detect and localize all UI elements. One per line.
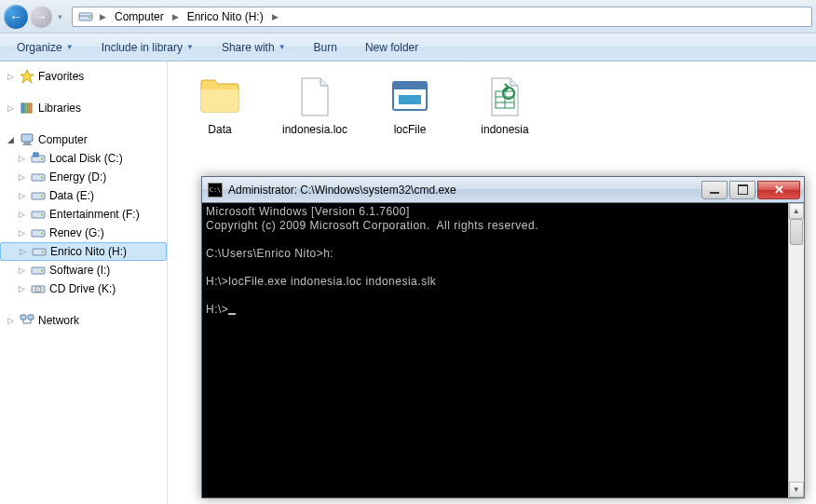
file-indonesia-slk[interactable]: indonesia [471, 75, 538, 136]
expand-icon[interactable]: ▷ [17, 284, 27, 294]
svg-rect-9 [22, 144, 32, 145]
new-folder-button[interactable]: New folder [358, 37, 426, 58]
expand-icon[interactable]: ▷ [17, 228, 27, 238]
drive-d[interactable]: ▷ Energy (D:) [0, 168, 167, 186]
drive-icon [31, 188, 46, 203]
network-icon [20, 313, 34, 328]
cmd-scrollbar[interactable]: ▲ ▼ [788, 203, 804, 497]
svg-point-22 [42, 252, 44, 253]
expand-icon[interactable]: ▷ [6, 316, 16, 326]
libraries-icon [20, 101, 34, 116]
file-indonesia-loc[interactable]: indonesia.loc [281, 75, 348, 136]
expand-icon[interactable]: ▷ [17, 154, 27, 164]
drive-c[interactable]: ▷ Local Disk (C:) [0, 149, 167, 168]
burn-label: Burn [314, 41, 337, 54]
share-button[interactable]: Share with▼ [214, 37, 293, 58]
drive-i[interactable]: ▷ Software (I:) [0, 261, 167, 279]
expand-icon[interactable]: ▷ [17, 191, 27, 201]
nav-history-dropdown[interactable]: ▾ [58, 12, 62, 21]
svg-rect-4 [21, 103, 24, 113]
cmd-line: Copyright (c) 2009 Microsoft Corporation… [206, 219, 538, 232]
computer-label: Computer [38, 133, 88, 146]
navigation-pane: ▷ Favorites ▷ Libraries ◢ Computer ▷ Loc… [0, 61, 168, 504]
file-label: locFile [394, 123, 427, 136]
expand-icon[interactable]: ▷ [18, 247, 28, 257]
share-label: Share with [222, 41, 275, 54]
nav-back-button[interactable]: ← [4, 5, 28, 29]
breadcrumb-drive[interactable]: Enrico Nito (H:) [182, 7, 269, 26]
folder-icon [197, 75, 242, 119]
toolbar: Organize▼ Include in library▼ Share with… [0, 34, 816, 61]
nav-forward-button[interactable]: → [30, 6, 52, 28]
drive-icon [31, 207, 46, 222]
minimize-button[interactable] [701, 181, 728, 199]
drive-label: Entertainment (F:) [49, 208, 140, 221]
svg-point-11 [41, 158, 43, 160]
scroll-thumb[interactable] [790, 219, 803, 245]
svg-rect-35 [399, 95, 421, 104]
drive-icon [78, 9, 93, 24]
include-library-button[interactable]: Include in library▼ [94, 37, 201, 58]
organize-button[interactable]: Organize▼ [9, 37, 81, 58]
file-label: Data [208, 123, 231, 136]
file-data-folder[interactable]: Data [186, 75, 253, 136]
expand-icon[interactable]: ▷ [17, 266, 27, 276]
collapse-icon[interactable]: ◢ [6, 135, 16, 145]
libraries-node[interactable]: ▷ Libraries [0, 99, 167, 117]
drive-icon [31, 170, 46, 184]
svg-rect-1 [79, 13, 92, 16]
star-icon [20, 69, 34, 84]
address-bar[interactable]: ▶ Computer ▶ Enrico Nito (H:) ▶ [72, 7, 812, 27]
libraries-label: Libraries [38, 102, 81, 115]
scroll-down-button[interactable]: ▼ [789, 482, 804, 497]
svg-rect-8 [24, 143, 30, 144]
network-node[interactable]: ▷ Network [0, 311, 167, 330]
svg-rect-28 [20, 315, 26, 320]
expand-icon[interactable]: ▷ [6, 72, 16, 82]
file-locfile-exe[interactable]: locFile [376, 75, 443, 136]
favorites-node[interactable]: ▷ Favorites [0, 67, 167, 86]
drive-h[interactable]: ▷ Enrico Nito (H:) [0, 242, 167, 261]
maximize-button[interactable] [729, 181, 755, 199]
files-container: Data indonesia.loc locFile indonesia [186, 75, 797, 136]
drive-label: Energy (D:) [49, 170, 106, 184]
spreadsheet-icon [483, 75, 527, 119]
drive-e[interactable]: ▷ Data (E:) [0, 186, 167, 205]
file-label: indonesia [481, 123, 528, 136]
computer-icon [20, 132, 34, 147]
scroll-up-button[interactable]: ▲ [789, 203, 804, 219]
burn-button[interactable]: Burn [306, 37, 345, 58]
include-label: Include in library [102, 41, 183, 54]
expand-icon[interactable]: ▷ [17, 172, 27, 183]
scroll-track[interactable] [789, 219, 804, 482]
expand-icon[interactable]: ▷ [17, 210, 27, 220]
file-label: indonesia.loc [282, 123, 347, 136]
newfolder-label: New folder [365, 41, 418, 54]
cd-drive-icon [31, 281, 46, 296]
cmd-window[interactable]: C:\ Administrator: C:\Windows\system32\c… [201, 176, 805, 498]
drive-label: Renev (G:) [49, 226, 104, 239]
drive-f[interactable]: ▷ Entertainment (F:) [0, 205, 167, 224]
drive-g[interactable]: ▷ Renev (G:) [0, 224, 167, 242]
cmd-title: Administrator: C:\Windows\system32\cmd.e… [228, 184, 701, 197]
svg-point-14 [41, 177, 43, 179]
cmd-titlebar[interactable]: C:\ Administrator: C:\Windows\system32\c… [202, 177, 804, 203]
breadcrumb-separator[interactable]: ▶ [170, 12, 182, 21]
svg-rect-7 [21, 134, 33, 142]
breadcrumb-computer[interactable]: Computer [109, 7, 170, 26]
drive-k[interactable]: ▷ CD Drive (K:) [0, 279, 167, 298]
breadcrumb-separator[interactable]: ▶ [97, 12, 109, 21]
svg-rect-29 [28, 315, 34, 320]
drive-label: Enrico Nito (H:) [50, 245, 127, 258]
breadcrumb-separator[interactable]: ▶ [269, 12, 281, 21]
close-button[interactable]: ✕ [757, 181, 800, 199]
expand-icon[interactable]: ▷ [6, 103, 16, 114]
dropdown-icon: ▼ [66, 43, 74, 51]
cmd-prompt: H:\> [206, 303, 228, 316]
svg-point-20 [41, 233, 43, 235]
drive-label: Data (E:) [49, 189, 94, 202]
arrow-left-icon: ← [9, 9, 22, 24]
computer-node[interactable]: ◢ Computer [0, 130, 167, 149]
cmd-output[interactable]: Microsoft Windows [Version 6.1.7600] Cop… [202, 203, 804, 497]
navigation-bar: ← → ▾ ▶ Computer ▶ Enrico Nito (H:) ▶ [0, 0, 816, 34]
